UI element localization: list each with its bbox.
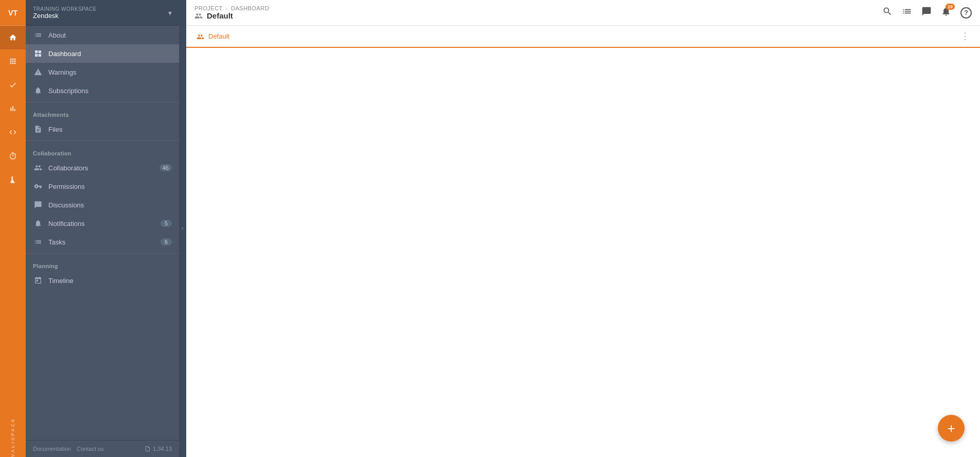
sidebar-item-subscriptions[interactable]: Subscriptions xyxy=(26,81,179,100)
chat-icon[interactable] xyxy=(921,6,932,19)
sidebar-item-collaborators[interactable]: Collaborators 46 xyxy=(26,159,179,177)
version-info: 1.34.13 xyxy=(145,446,172,452)
permissions-icon xyxy=(33,181,43,191)
divider-3 xyxy=(26,253,179,254)
timeline-icon xyxy=(33,275,43,286)
topbar: PROJECT › DASHBOARD Default xyxy=(186,0,980,26)
warnings-label: Warnings xyxy=(48,68,172,76)
brand-label: VALISPACE xyxy=(10,411,15,457)
avatar[interactable]: VT xyxy=(0,0,26,26)
about-icon xyxy=(33,30,43,40)
about-label: About xyxy=(48,31,172,39)
tab-default-icon xyxy=(197,32,204,41)
subscriptions-label: Subscriptions xyxy=(48,87,172,95)
notification-badge: 19 xyxy=(946,4,955,10)
dashboard-icon xyxy=(33,48,43,59)
workspace-name: Zendesk xyxy=(33,12,97,20)
discussions-label: Discussions xyxy=(48,201,172,209)
page-title-icon xyxy=(194,11,203,20)
bell-icon[interactable]: 19 xyxy=(941,6,951,19)
sidebar-item-permissions[interactable]: Permissions xyxy=(26,177,179,196)
collaborators-badge: 46 xyxy=(159,164,172,171)
sidebar-item-warnings[interactable]: Warnings xyxy=(26,63,179,81)
files-icon xyxy=(33,124,43,134)
sidebar-item-about[interactable]: About xyxy=(26,26,179,44)
section-planning: Planning xyxy=(26,256,179,271)
sidebar: TRAINING WORKSPACE Zendesk ▾ About Dashb… xyxy=(26,0,179,457)
tab-kebab-menu[interactable]: ⋮ xyxy=(956,31,974,41)
section-attachments: Attachments xyxy=(26,104,179,120)
tab-bar: Default ⋮ xyxy=(186,26,980,48)
topbar-right: 19 ? xyxy=(882,6,972,19)
sidebar-item-notifications[interactable]: Notifications 5 xyxy=(26,214,179,233)
page-title: Default xyxy=(207,11,233,20)
rail-tasks-icon[interactable] xyxy=(0,73,26,97)
divider-2 xyxy=(26,140,179,141)
subscriptions-icon xyxy=(33,85,43,96)
section-collaboration: Collaboration xyxy=(26,143,179,159)
sidebar-collapse-handle[interactable] xyxy=(179,0,186,457)
workspace-chevron-icon[interactable]: ▾ xyxy=(168,9,172,17)
notifications-badge: 5 xyxy=(161,220,172,227)
tasks-badge: 6 xyxy=(161,238,172,245)
tab-bar-actions: ⋮ xyxy=(956,30,980,42)
notifications-label: Notifications xyxy=(48,220,161,227)
sidebar-item-files[interactable]: Files xyxy=(26,120,179,138)
breadcrumb: PROJECT › DASHBOARD xyxy=(194,5,269,11)
rail-lab-icon[interactable] xyxy=(0,168,26,191)
sidebar-item-tasks[interactable]: Tasks 6 xyxy=(26,233,179,251)
version-number: 1.34.13 xyxy=(153,446,172,452)
topbar-left: PROJECT › DASHBOARD Default xyxy=(194,5,269,20)
workspace-label: TRAINING WORKSPACE xyxy=(33,6,97,12)
breadcrumb-project: PROJECT xyxy=(194,5,223,11)
rail-home-icon[interactable] xyxy=(0,26,26,49)
content-area xyxy=(186,48,980,457)
breadcrumb-separator: › xyxy=(226,5,228,11)
icon-rail: VT VALISPACE xyxy=(0,0,26,457)
notifications-icon xyxy=(33,218,43,228)
tasks-label: Tasks xyxy=(48,238,161,246)
search-icon[interactable] xyxy=(882,6,893,19)
collaborators-label: Collaborators xyxy=(48,164,159,172)
sidebar-footer: Documentation Contact us 1.34.13 xyxy=(26,440,179,457)
divider-1 xyxy=(26,102,179,102)
rail-timer-icon[interactable] xyxy=(0,144,26,168)
sidebar-item-discussions[interactable]: Discussions xyxy=(26,196,179,214)
dashboard-label: Dashboard xyxy=(48,50,172,58)
help-icon[interactable]: ? xyxy=(960,7,972,19)
rail-analytics-icon[interactable] xyxy=(0,97,26,120)
permissions-label: Permissions xyxy=(48,183,172,190)
rail-code-icon[interactable] xyxy=(0,120,26,144)
main-content: PROJECT › DASHBOARD Default xyxy=(186,0,980,457)
files-label: Files xyxy=(48,126,172,133)
sidebar-item-timeline[interactable]: Timeline xyxy=(26,271,179,290)
tab-default-label: Default xyxy=(208,32,229,40)
sidebar-item-dashboard[interactable]: Dashboard xyxy=(26,44,179,63)
fab-add-button[interactable]: + xyxy=(938,415,965,442)
sidebar-header[interactable]: TRAINING WORKSPACE Zendesk ▾ xyxy=(26,0,179,26)
fab-icon: + xyxy=(947,420,955,436)
breadcrumb-page: DASHBOARD xyxy=(231,5,269,11)
discussions-icon xyxy=(33,200,43,210)
documentation-link[interactable]: Documentation xyxy=(33,446,71,452)
warnings-icon xyxy=(33,67,43,77)
list-icon[interactable] xyxy=(902,6,912,19)
contact-link[interactable]: Contact us xyxy=(77,446,104,452)
timeline-label: Timeline xyxy=(48,277,172,285)
tab-default[interactable]: Default xyxy=(186,26,240,48)
collaborators-icon xyxy=(33,163,43,173)
tasks-sidebar-icon xyxy=(33,237,43,247)
rail-modules-icon[interactable] xyxy=(0,49,26,73)
